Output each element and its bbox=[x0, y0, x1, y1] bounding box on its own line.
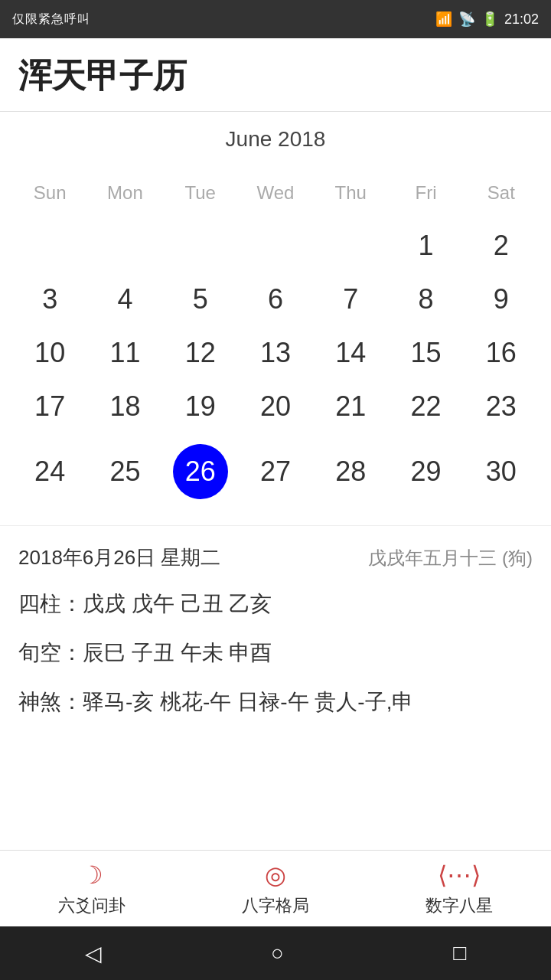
calendar-day bbox=[238, 219, 313, 273]
calendar-day[interactable]: 8 bbox=[388, 273, 463, 326]
calendar-day[interactable]: 12 bbox=[163, 326, 238, 380]
calendar-day[interactable]: 2 bbox=[464, 219, 539, 273]
nav-bazi-label: 八字格局 bbox=[242, 894, 309, 917]
calendar-day[interactable]: 9 bbox=[464, 273, 539, 326]
calendar: June 2018 Sun Mon Tue Wed Thu Fri Sat 12… bbox=[0, 112, 551, 525]
calendar-day[interactable]: 25 bbox=[87, 433, 162, 510]
nav-liuyao[interactable]: ☽ 六爻问卦 bbox=[58, 861, 126, 917]
recents-button[interactable]: □ bbox=[453, 941, 466, 965]
calendar-day[interactable]: 13 bbox=[238, 326, 313, 380]
si-zhu: 四柱：戊戌 戊午 己丑 乙亥 bbox=[18, 588, 533, 620]
calendar-week-4: 24252627282930 bbox=[12, 433, 539, 510]
calendar-day[interactable]: 22 bbox=[388, 380, 463, 433]
weekday-sat: Sat bbox=[464, 175, 539, 219]
calendar-day bbox=[163, 219, 238, 273]
calendar-day[interactable]: 27 bbox=[238, 433, 313, 510]
nav-bazi[interactable]: ◎ 八字格局 bbox=[242, 861, 309, 917]
calendar-day[interactable]: 14 bbox=[313, 326, 388, 380]
calendar-day[interactable]: 21 bbox=[313, 380, 388, 433]
weekday-sun: Sun bbox=[12, 175, 87, 219]
app-title: 浑天甲子历 bbox=[18, 54, 533, 99]
calendar-grid: Sun Mon Tue Wed Thu Fri Sat 123456789101… bbox=[12, 175, 539, 510]
home-button[interactable]: ○ bbox=[271, 941, 284, 965]
weekday-wed: Wed bbox=[238, 175, 313, 219]
calendar-day[interactable]: 7 bbox=[313, 273, 388, 326]
calendar-day bbox=[313, 219, 388, 273]
calendar-day[interactable]: 17 bbox=[12, 380, 87, 433]
calendar-day[interactable]: 11 bbox=[87, 326, 162, 380]
status-right: 📶 📡 🔋 21:02 bbox=[435, 11, 539, 28]
shen-sha: 神煞：驿马-亥 桃花-午 日禄-午 贵人-子,申 bbox=[18, 686, 533, 718]
weekday-thu: Thu bbox=[313, 175, 388, 219]
calendar-day[interactable]: 28 bbox=[313, 433, 388, 510]
weekday-mon: Mon bbox=[87, 175, 162, 219]
app-header: 浑天甲子历 bbox=[0, 38, 551, 112]
calendar-day[interactable]: 1 bbox=[388, 219, 463, 273]
calendar-week-3: 17181920212223 bbox=[12, 380, 539, 433]
nav-shuzi-label: 数字八星 bbox=[425, 894, 493, 917]
calendar-day[interactable]: 29 bbox=[388, 433, 463, 510]
calendar-day[interactable]: 4 bbox=[87, 273, 162, 326]
calendar-week-1: 3456789 bbox=[12, 273, 539, 326]
weekday-fri: Fri bbox=[388, 175, 463, 219]
nav-shuzi[interactable]: ⟨⋯⟩ 数字八星 bbox=[425, 861, 493, 917]
calendar-day bbox=[12, 219, 87, 273]
status-emergency: 仅限紧急呼叫 bbox=[12, 11, 90, 28]
finger-icon: ◎ bbox=[265, 861, 286, 890]
signal-icon: 📡 bbox=[458, 11, 475, 28]
calendar-day[interactable]: 15 bbox=[388, 326, 463, 380]
calendar-day[interactable]: 26 bbox=[163, 433, 238, 510]
back-button[interactable]: ◁ bbox=[85, 941, 102, 966]
weekday-tue: Tue bbox=[163, 175, 238, 219]
calendar-week-0: 12 bbox=[12, 219, 539, 273]
wifi-icon: 📶 bbox=[435, 11, 452, 28]
bottom-nav: ☽ 六爻问卦 ◎ 八字格局 ⟨⋯⟩ 数字八星 bbox=[0, 850, 551, 926]
calendar-week-2: 10111213141516 bbox=[12, 326, 539, 380]
calendar-day bbox=[87, 219, 162, 273]
calendar-day[interactable]: 5 bbox=[163, 273, 238, 326]
battery-icon: 🔋 bbox=[481, 11, 498, 28]
date-left: 2018年6月26日 星期二 bbox=[18, 544, 220, 571]
calendar-day[interactable]: 20 bbox=[238, 380, 313, 433]
xun-kong: 旬空：辰巳 子丑 午未 申酉 bbox=[18, 637, 533, 669]
calendar-day[interactable]: 18 bbox=[87, 380, 162, 433]
calendar-day[interactable]: 6 bbox=[238, 273, 313, 326]
date-row: 2018年6月26日 星期二 戊戌年五月十三 (狗) bbox=[18, 544, 533, 571]
status-time: 21:02 bbox=[504, 11, 539, 28]
nav-liuyao-label: 六爻问卦 bbox=[58, 894, 126, 917]
weekday-header-row: Sun Mon Tue Wed Thu Fri Sat bbox=[12, 175, 539, 219]
calendar-day[interactable]: 16 bbox=[464, 326, 539, 380]
calendar-day[interactable]: 3 bbox=[12, 273, 87, 326]
selected-day-circle: 26 bbox=[173, 444, 228, 499]
status-bar: 仅限紧急呼叫 📶 📡 🔋 21:02 bbox=[0, 0, 551, 38]
android-nav: ◁ ○ □ bbox=[0, 926, 551, 980]
info-section: 2018年6月26日 星期二 戊戌年五月十三 (狗) 四柱：戊戌 戊午 己丑 乙… bbox=[0, 525, 551, 743]
calendar-day[interactable]: 10 bbox=[12, 326, 87, 380]
calendar-month: June 2018 bbox=[12, 127, 539, 152]
moon-icon: ☽ bbox=[81, 861, 103, 890]
calendar-day[interactable]: 24 bbox=[12, 433, 87, 510]
calendar-day[interactable]: 30 bbox=[464, 433, 539, 510]
calendar-day[interactable]: 19 bbox=[163, 380, 238, 433]
date-right: 戊戌年五月十三 (狗) bbox=[368, 546, 533, 570]
calendar-day[interactable]: 23 bbox=[464, 380, 539, 433]
code-icon: ⟨⋯⟩ bbox=[438, 861, 481, 890]
